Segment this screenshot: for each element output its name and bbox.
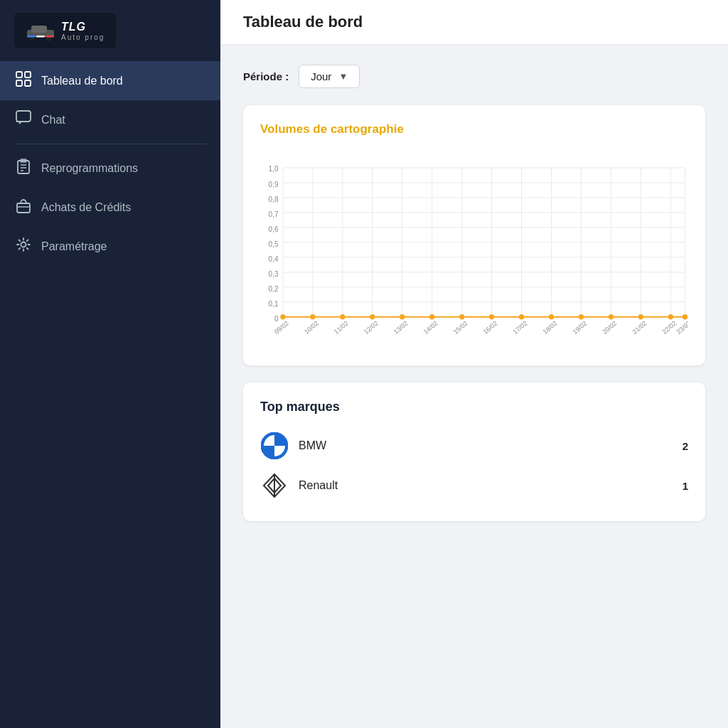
svg-text:0,1: 0,1 <box>269 300 279 308</box>
grid-icon <box>16 71 31 90</box>
svg-text:0,9: 0,9 <box>269 181 279 188</box>
svg-rect-10 <box>25 80 31 86</box>
svg-rect-11 <box>16 111 31 122</box>
chat-icon <box>16 110 31 129</box>
svg-text:0,4: 0,4 <box>269 255 279 263</box>
bmw-count: 2 <box>682 440 688 452</box>
sidebar-item-parametrage[interactable]: Paramétrage <box>0 227 220 266</box>
sidebar-item-reprogrammations[interactable]: Reprogrammations <box>0 149 220 188</box>
svg-point-65 <box>519 314 524 319</box>
car-logo-icon <box>26 20 55 41</box>
svg-rect-5 <box>36 36 45 38</box>
bmw-logo <box>260 432 289 460</box>
svg-text:17/02: 17/02 <box>512 320 529 336</box>
svg-text:0,8: 0,8 <box>269 196 279 203</box>
svg-text:23/02: 23/02 <box>675 320 688 336</box>
svg-text:16/02: 16/02 <box>482 320 499 336</box>
main-content: Tableau de bord Période : Jour ▼ Volumes… <box>220 0 728 728</box>
svg-text:22/02: 22/02 <box>660 320 678 336</box>
svg-text:1,0: 1,0 <box>269 165 279 173</box>
svg-point-61 <box>400 314 405 319</box>
svg-point-57 <box>280 314 285 319</box>
sidebar-item-achats[interactable]: Achats de Crédits <box>0 188 220 227</box>
period-select[interactable]: Jour ▼ <box>299 65 360 88</box>
brand-row-renault: Renault 1 <box>260 467 688 504</box>
svg-text:20/02: 20/02 <box>601 320 619 336</box>
bmw-name: BMW <box>299 439 673 452</box>
nav-divider <box>14 144 206 144</box>
sidebar-label-achats: Achats de Crédits <box>41 201 131 214</box>
logo-text-area: TLG Auto prog <box>61 21 105 41</box>
svg-point-58 <box>310 314 315 319</box>
svg-text:13/02: 13/02 <box>392 320 410 336</box>
chevron-down-icon: ▼ <box>338 71 348 82</box>
svg-point-67 <box>579 314 584 319</box>
gear-icon <box>16 237 31 256</box>
period-label: Période : <box>243 70 289 82</box>
sidebar-label-parametrage: Paramétrage <box>41 240 107 253</box>
svg-point-70 <box>668 314 673 319</box>
logo: TLG Auto prog <box>14 13 116 48</box>
logo-sub: Auto prog <box>61 33 105 41</box>
svg-point-68 <box>609 314 614 319</box>
brand-row-bmw: BMW 2 <box>260 427 688 464</box>
top-marques-title: Top marques <box>260 400 688 414</box>
svg-text:0,7: 0,7 <box>269 210 279 218</box>
svg-text:12/02: 12/02 <box>363 320 380 336</box>
svg-rect-7 <box>16 72 22 77</box>
svg-rect-6 <box>46 36 54 38</box>
svg-text:0,2: 0,2 <box>269 285 279 293</box>
sidebar-item-tableau-de-bord[interactable]: Tableau de bord <box>0 61 220 100</box>
svg-point-69 <box>638 314 643 319</box>
svg-text:0,3: 0,3 <box>269 270 279 278</box>
renault-logo <box>260 471 289 500</box>
chart-card: Volumes de cartographie 1,0 0,9 0,8 0,7 … <box>243 105 705 365</box>
sidebar-label-reprogrammations: Reprogrammations <box>41 162 138 175</box>
svg-text:19/02: 19/02 <box>572 320 589 336</box>
sidebar-label-tableau: Tableau de bord <box>41 75 123 87</box>
svg-rect-17 <box>17 203 30 213</box>
svg-point-19 <box>21 242 26 247</box>
line-chart: 1,0 0,9 0,8 0,7 0,6 0,5 0,4 0,3 0,2 0,1 … <box>260 149 688 348</box>
logo-area: TLG Auto prog <box>0 0 220 61</box>
svg-text:18/02: 18/02 <box>542 320 559 336</box>
renault-name: Renault <box>299 479 673 492</box>
svg-text:0,5: 0,5 <box>269 240 279 248</box>
chart-title: Volumes de cartographie <box>260 122 688 136</box>
svg-point-60 <box>370 314 375 319</box>
svg-text:10/02: 10/02 <box>303 320 320 336</box>
sidebar-item-chat[interactable]: Chat <box>0 100 220 139</box>
period-row: Période : Jour ▼ <box>243 65 705 88</box>
shop-icon <box>16 198 31 217</box>
sidebar-label-chat: Chat <box>41 114 65 127</box>
svg-text:0,6: 0,6 <box>269 225 279 233</box>
svg-point-66 <box>549 314 554 319</box>
page-title: Tableau de bord <box>220 0 728 45</box>
svg-text:0: 0 <box>274 315 279 323</box>
svg-text:15/02: 15/02 <box>452 320 469 336</box>
renault-count: 1 <box>682 480 688 492</box>
top-marques-card: Top marques <box>243 382 705 521</box>
sidebar: TLG Auto prog Tableau de bord Chat <box>0 0 220 728</box>
chart-area: 1,0 0,9 0,8 0,7 0,6 0,5 0,4 0,3 0,2 0,1 … <box>260 149 688 348</box>
clipboard-icon <box>16 159 31 178</box>
logo-brand: TLG <box>61 21 105 33</box>
svg-point-71 <box>682 314 687 319</box>
svg-text:21/02: 21/02 <box>631 320 648 336</box>
svg-rect-9 <box>16 80 22 86</box>
svg-rect-1 <box>31 26 47 33</box>
svg-rect-8 <box>25 72 31 77</box>
svg-point-62 <box>429 314 434 319</box>
period-value: Jour <box>311 70 331 82</box>
svg-text:14/02: 14/02 <box>422 320 439 336</box>
page-content: Période : Jour ▼ Volumes de cartographie… <box>220 45 728 541</box>
svg-point-63 <box>459 314 464 319</box>
svg-point-64 <box>489 314 494 319</box>
svg-rect-4 <box>27 36 36 38</box>
svg-point-59 <box>340 314 345 319</box>
svg-text:11/02: 11/02 <box>333 320 350 336</box>
brand-list: BMW 2 Renault <box>260 427 688 504</box>
